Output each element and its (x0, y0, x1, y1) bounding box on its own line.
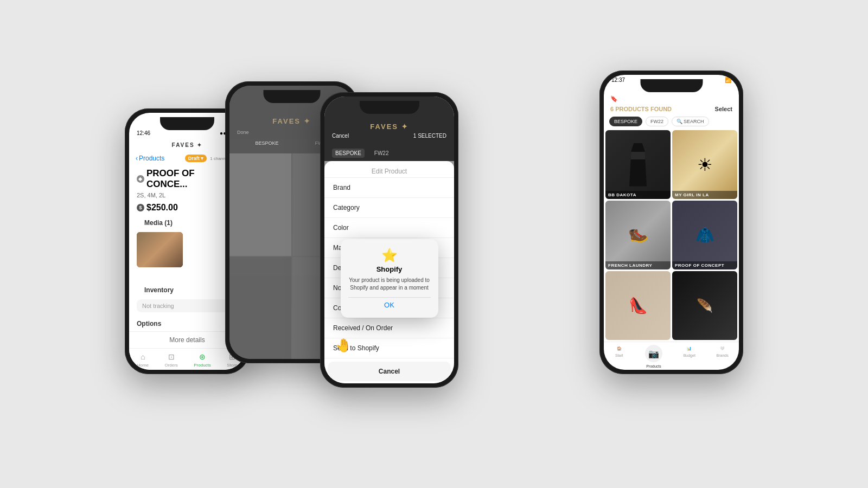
p1-nav-products[interactable]: ⊛ Products (194, 352, 211, 368)
phone-4-shell: 12:37 📶 FAVES ✦ 🔖 6 PRODUCTS FOUND Selec… (599, 70, 743, 374)
shoe-icon: 👠 (629, 297, 648, 314)
fur-icon: 🪶 (697, 298, 713, 313)
p4-cell-my-girl[interactable]: ☀ MY GIRL IN LA (672, 130, 737, 199)
action-sheet-cancel-btn[interactable]: Cancel (328, 362, 451, 381)
p1-price-icon: $ (137, 204, 144, 211)
p4-cell-bg-4: 🧥 (672, 201, 737, 269)
action-sheet-category[interactable]: Category (324, 198, 454, 218)
p1-time: 12:46 (137, 130, 150, 136)
phones-container: 12:46 ●●● 📶 FAVES ✦ ‹ Products Draft ▾ (108, 38, 760, 450)
p4-found-label: 6 PRODUCTS FOUND (610, 106, 672, 112)
phone-4-content: 12:37 📶 FAVES ✦ 🔖 6 PRODUCTS FOUND Selec… (604, 75, 739, 370)
action-sheet-title: Edit Product (324, 163, 454, 178)
p4-cell-bg-1 (605, 130, 671, 199)
p2-tab-bespoke[interactable]: BESPOKE (255, 140, 278, 146)
products-camera-icon: 📷 (645, 345, 662, 362)
orders-icon: ⊡ (167, 352, 176, 362)
p3-tabs-bar: BESPOKE FW22 (324, 145, 454, 161)
phone-2-notch (263, 90, 320, 103)
p4-select-button[interactable]: Select (715, 106, 732, 112)
shopify-dialog-text: Your product is being uploaded to Shopif… (348, 277, 431, 292)
p4-search-button[interactable]: 🔍 SEARCH (672, 117, 709, 126)
p4-nav-products[interactable]: 📷 Products (645, 345, 662, 368)
p4-label-4: PROOF OF CONCEPT (672, 261, 737, 269)
p4-bookmark-icon: 🔖 (610, 95, 618, 102)
action-sheet-color[interactable]: Color (324, 218, 454, 238)
p1-nav-orders[interactable]: ⊡ Orders (164, 352, 177, 368)
p4-product-grid: BB DAKOTA ☀ MY GIRL IN LA 🥾 F (604, 129, 739, 342)
p1-inventory-title: Inventory (137, 282, 181, 296)
p4-nav-bar: 🏠 Start 📷 Products 📊 Budget 🤍 Brands (604, 342, 739, 370)
p4-cell-bg-3: 🥾 (605, 201, 671, 269)
sun-decor-icon: ☀ (697, 155, 713, 175)
p4-label-1: BB DAKOTA (605, 191, 671, 199)
p4-top-bar: 6 PRODUCTS FOUND Select (604, 104, 739, 114)
shopify-dialog: ⭐ Shopify Your product is being uploaded… (341, 239, 438, 318)
p4-filter-fw22[interactable]: FW22 (646, 117, 668, 126)
p4-cell-french-laundry[interactable]: 🥾 FRENCH LAUNDRY (605, 201, 671, 269)
dress-silhouette (605, 130, 671, 199)
p3-tab-fw22[interactable]: FW22 (371, 149, 392, 158)
budget-icon: 📊 (685, 345, 694, 352)
p3-cancel-btn[interactable]: Cancel (332, 133, 349, 139)
p4-label-3: FRENCH LAUNDRY (605, 261, 671, 269)
p4-nav-start[interactable]: 🏠 Start (614, 345, 624, 368)
hand-pointer-icon: 🤚 (335, 338, 352, 353)
p4-cell-5[interactable]: 👠 (605, 271, 671, 340)
action-sheet-received[interactable]: Received / On Order (324, 318, 454, 338)
p1-not-tracking: Not tracking (137, 299, 238, 312)
p4-time: 12:37 (611, 77, 625, 83)
p2-cell-1 (229, 153, 291, 256)
p4-nav-budget[interactable]: 📊 Budget (684, 345, 695, 368)
phone-3-screen: FAVES ✦ Cancel 1 SELECTED BESPOKE FW22 ⭐… (324, 97, 454, 383)
p2-cell-3 (229, 257, 291, 359)
phone-4-screen: 12:37 📶 FAVES ✦ 🔖 6 PRODUCTS FOUND Selec… (604, 75, 739, 370)
p4-cell-bg-6: 🪶 (672, 271, 737, 340)
p1-back-button[interactable]: ‹ Products (136, 155, 164, 162)
phone-3-notch (360, 101, 419, 114)
start-icon: 🏠 (614, 345, 624, 352)
phone-3-content: FAVES ✦ Cancel 1 SELECTED BESPOKE FW22 ⭐… (324, 97, 454, 383)
p3-selected-badge: 1 SELECTED (413, 133, 446, 139)
action-sheet-brand[interactable]: Brand (324, 178, 454, 198)
shopify-star-icon: ⭐ (348, 248, 431, 263)
p3-tab-bespoke[interactable]: BESPOKE (332, 149, 365, 158)
p1-info-icon: ◆ (137, 175, 144, 183)
p1-product-image (137, 232, 183, 267)
p4-filter-bespoke[interactable]: BESPOKE (609, 117, 642, 126)
home-icon: ⌂ (138, 352, 148, 362)
phone-4-notch (640, 79, 703, 92)
p2-done-btn[interactable]: Done (237, 130, 249, 135)
p4-magnifier-icon: 🔍 (676, 119, 682, 124)
shopify-dialog-title: Shopify (348, 265, 431, 273)
p3-content-area: ⭐ Shopify Your product is being uploaded… (324, 161, 454, 383)
phone-3-shell: FAVES ✦ Cancel 1 SELECTED BESPOKE FW22 ⭐… (320, 92, 458, 388)
p4-label-2: MY GIRL IN LA (672, 191, 737, 199)
boot-icon: 🥾 (627, 224, 649, 246)
products-icon: ⊛ (197, 352, 207, 362)
phone-1-notch (160, 117, 214, 130)
p1-draft-badge[interactable]: Draft ▾ (185, 155, 207, 162)
p3-faves-logo: FAVES ✦ (332, 123, 446, 131)
p4-cell-6[interactable]: 🪶 (672, 271, 737, 340)
p4-filter-row: BESPOKE FW22 🔍 SEARCH (604, 114, 739, 129)
p4-cell-bb-dakota[interactable]: BB DAKOTA (605, 130, 671, 199)
p1-media-title: Media (1) (137, 215, 180, 229)
jacket-icon: 🧥 (695, 226, 714, 244)
p4-nav-brands[interactable]: 🤍 Brands (716, 345, 728, 368)
p3-action-row: Cancel 1 SELECTED (332, 131, 446, 141)
shopify-ok-button[interactable]: OK (348, 297, 431, 312)
p4-cell-bg-2: ☀ (672, 130, 737, 199)
p4-signal: 📶 (725, 77, 731, 83)
p1-nav-bar: ⌂ Home ⊡ Orders ⊛ Products ⊞ Store (129, 348, 245, 370)
p4-cell-proof[interactable]: 🧥 PROOF OF CONCEPT (672, 201, 737, 269)
p1-nav-home[interactable]: ⌂ Home (137, 352, 149, 368)
p4-cell-bg-5: 👠 (605, 271, 671, 340)
brands-icon: 🤍 (718, 345, 727, 352)
